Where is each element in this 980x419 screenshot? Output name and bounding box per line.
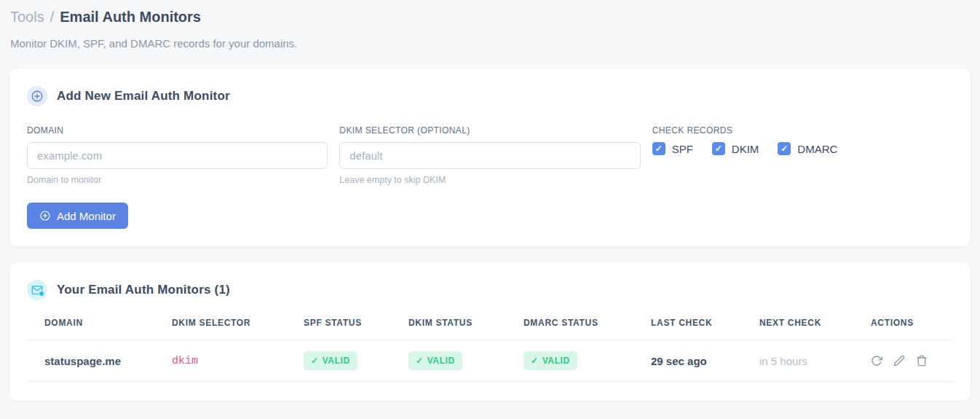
monitor-dkim-selector: dkim xyxy=(154,340,286,382)
spf-checkbox-item[interactable]: ✓ SPF xyxy=(652,142,693,155)
breadcrumb-separator: / xyxy=(50,9,55,26)
plus-circle-icon xyxy=(27,86,47,106)
monitors-card-title: Your Email Auth Monitors (1) xyxy=(57,283,230,297)
dkim-selector-field-label: DKIM SELECTOR (OPTIONAL) xyxy=(339,125,640,136)
dkim-checkbox-checked-icon[interactable]: ✓ xyxy=(712,142,725,155)
col-header-dkim-selector: DKIM SELECTOR xyxy=(154,318,286,340)
plus-circle-icon xyxy=(39,210,51,222)
dmarc-status-text: VALID xyxy=(542,356,570,366)
spf-checkbox-checked-icon[interactable]: ✓ xyxy=(652,142,665,155)
edit-pencil-icon[interactable] xyxy=(893,355,905,367)
monitors-table: DOMAIN DKIM SELECTOR SPF STATUS DKIM STA… xyxy=(27,318,953,382)
col-header-dmarc-status: DMARC STATUS xyxy=(506,318,633,340)
table-header-row: DOMAIN DKIM SELECTOR SPF STATUS DKIM STA… xyxy=(27,318,953,340)
add-monitor-button-label: Add Monitor xyxy=(57,210,116,222)
monitor-domain: statuspage.me xyxy=(27,340,154,382)
check-icon: ✓ xyxy=(311,356,319,366)
spf-status-text: VALID xyxy=(323,356,350,366)
domain-field-helper: Domain to monitor xyxy=(27,175,328,185)
page-subtitle: Monitor DKIM, SPF, and DMARC records for… xyxy=(10,37,970,50)
add-monitor-card: Add New Email Auth Monitor DOMAIN Domain… xyxy=(9,68,971,246)
col-header-domain: DOMAIN xyxy=(27,318,154,340)
dkim-status-text: VALID xyxy=(427,356,455,366)
monitors-card-header: Your Email Auth Monitors (1) xyxy=(27,280,953,300)
refresh-icon[interactable] xyxy=(871,355,882,367)
add-monitor-button[interactable]: Add Monitor xyxy=(27,203,128,229)
col-header-last-check: LAST CHECK xyxy=(633,318,742,340)
check-records-options: ✓ SPF ✓ DKIM ✓ DMARC xyxy=(652,142,953,155)
dkim-selector-field-group: DKIM SELECTOR (OPTIONAL) Leave empty to … xyxy=(339,125,640,185)
check-icon: ✓ xyxy=(531,356,539,366)
add-monitor-card-header: Add New Email Auth Monitor xyxy=(27,86,953,106)
envelope-check-icon xyxy=(27,280,47,300)
breadcrumb-tools[interactable]: Tools xyxy=(10,9,44,26)
dkim-status-badge: ✓ VALID xyxy=(408,351,462,370)
dkim-checkbox-label: DKIM xyxy=(732,143,759,155)
dkim-selector-input[interactable] xyxy=(339,142,640,169)
page-title: Email Auth Monitors xyxy=(60,9,201,26)
dkim-selector-field-helper: Leave empty to skip DKIM xyxy=(339,175,640,185)
monitor-actions-cell xyxy=(853,340,953,382)
dmarc-checkbox-checked-icon[interactable]: ✓ xyxy=(778,142,791,155)
breadcrumb: Tools / Email Auth Monitors xyxy=(10,9,970,26)
add-card-title: Add New Email Auth Monitor xyxy=(57,89,230,103)
spf-checkbox-label: SPF xyxy=(672,143,693,155)
page-header: Tools / Email Auth Monitors Monitor DKIM… xyxy=(0,0,980,50)
dkim-status-cell: ✓ VALID xyxy=(391,340,506,382)
table-row: statuspage.me dkim ✓ VALID ✓ VALID xyxy=(27,340,953,382)
spf-status-badge: ✓ VALID xyxy=(304,351,357,370)
monitor-last-check: 29 sec ago xyxy=(633,340,742,382)
check-records-group: CHECK RECORDS ✓ SPF ✓ DKIM ✓ DMARC xyxy=(652,125,953,185)
col-header-spf-status: SPF STATUS xyxy=(286,318,391,340)
dmarc-status-badge: ✓ VALID xyxy=(523,351,577,370)
monitor-next-check: in 5 hours xyxy=(742,340,853,382)
check-records-label: CHECK RECORDS xyxy=(652,125,953,136)
domain-field-label: DOMAIN xyxy=(27,125,328,136)
domain-field-group: DOMAIN Domain to monitor xyxy=(27,125,328,185)
check-icon: ✓ xyxy=(416,356,424,366)
col-header-actions: ACTIONS xyxy=(853,318,953,340)
envelope-check-badge xyxy=(39,291,44,297)
dkim-checkbox-item[interactable]: ✓ DKIM xyxy=(712,142,759,155)
row-actions xyxy=(871,355,953,367)
add-monitor-form: DOMAIN Domain to monitor DKIM SELECTOR (… xyxy=(27,125,953,185)
trash-icon[interactable] xyxy=(916,355,928,367)
domain-input[interactable] xyxy=(27,142,328,169)
col-header-next-check: NEXT CHECK xyxy=(742,318,853,340)
spf-status-cell: ✓ VALID xyxy=(286,340,391,382)
monitors-list-card: Your Email Auth Monitors (1) DOMAIN DKIM… xyxy=(9,262,971,401)
col-header-dkim-status: DKIM STATUS xyxy=(391,318,506,340)
dmarc-status-cell: ✓ VALID xyxy=(506,340,633,382)
dmarc-checkbox-item[interactable]: ✓ DMARC xyxy=(778,142,837,155)
dmarc-checkbox-label: DMARC xyxy=(797,143,837,155)
